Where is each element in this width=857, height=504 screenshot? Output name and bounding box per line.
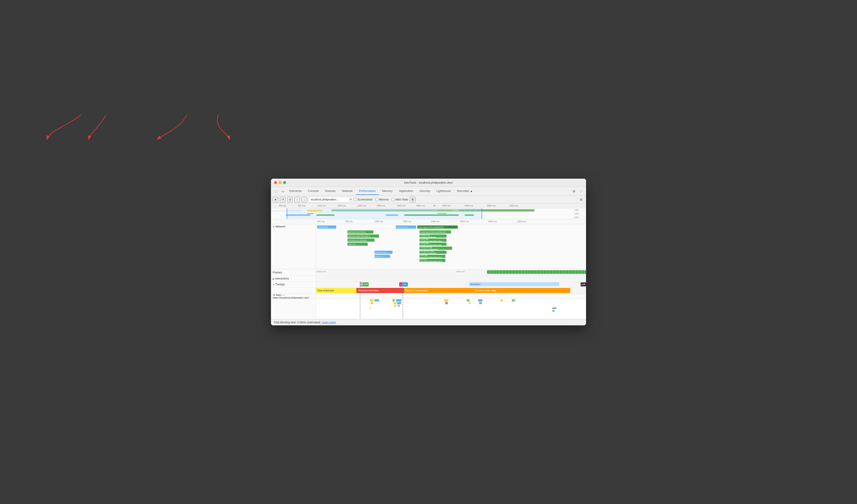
flame-r2-1 — [371, 302, 373, 304]
main-thread-content[interactable] — [316, 299, 586, 319]
trash-icon[interactable]: 🗑 — [410, 197, 416, 202]
net-bar-opensans400[interactable]: opensans-latin-400.w... — [348, 230, 373, 234]
screenshots-checkbox[interactable] — [354, 198, 357, 201]
flame-4 — [396, 299, 402, 302]
tab-security[interactable]: Security — [416, 187, 433, 195]
tab-lighthouse[interactable]: Lighthouse — [433, 187, 454, 195]
flame-7 — [478, 299, 483, 302]
net-bar-tokyo[interactable]: tokyo.jpg (localhost.philipwalton.dev) — [420, 255, 446, 258]
more-options-icon[interactable]: ⋮ — [578, 188, 584, 195]
detail-ruler-3494: 3494 ms — [488, 220, 497, 223]
tab-elements[interactable]: Elements — [286, 187, 305, 195]
device-icon[interactable]: ▭ — [280, 188, 286, 195]
tab-memory[interactable]: Memory — [379, 187, 396, 195]
flame-r3-1 — [394, 305, 396, 307]
tab-network[interactable]: Network — [339, 187, 356, 195]
main-thread-flamechart — [271, 299, 586, 319]
detail-ruler: 494 ms 994 ms 1494 ms 1994 ms 2494 ms 29… — [271, 219, 586, 224]
ruler-label-494: 494 ms — [279, 204, 286, 207]
interactions-expand-icon[interactable] — [273, 277, 274, 280]
animation-bar: Animation — [469, 282, 559, 286]
tab-sources[interactable]: Sources — [322, 187, 339, 195]
frames-content: 1050.0 ms 500.0 ms — [316, 269, 586, 275]
main-thread-label[interactable]: ▼ Main — https://localhost.philipwalton.… — [271, 294, 316, 299]
webvitals-checkbox-label[interactable]: Web Vitals — [391, 198, 408, 201]
detail-ruler-2494: 2494 ms — [431, 220, 439, 223]
timings-content: FP FCP L DCL Animation LCP — [316, 282, 586, 287]
inspect-icon[interactable]: ⬚ — [273, 188, 279, 195]
reload-button[interactable]: ↺ — [280, 197, 285, 202]
cpu-label: CPU — [575, 213, 586, 215]
settings-icon[interactable]: ⚙ — [571, 188, 577, 195]
network-content: localhost.phi... opensans-latin-400.w...… — [316, 224, 586, 269]
lcp-breakdown-content: Time to first byte Resource load delay R… — [316, 287, 586, 293]
network-section: Network localhost.phi... opensans-latin-… — [271, 224, 586, 269]
interactions-label[interactable]: Interactions — [271, 275, 316, 281]
network-expand-icon[interactable] — [273, 225, 274, 228]
net-bar-amsterdam[interactable]: amsterdam.jpg (localhost.philipwalton...… — [420, 247, 452, 250]
tab-console[interactable]: Console — [305, 187, 322, 195]
net-bar-paris[interactable]: paris.jpg (localhost.philipwalton.dev) — [420, 259, 446, 262]
selection-overlay[interactable] — [287, 208, 482, 219]
ruler-label-4994: 4994 ms — [442, 204, 451, 207]
overview-area[interactable]: 494 ms 994 ms 1494 ms 1994 ms 2494 ms 29… — [271, 203, 586, 219]
minimize-button[interactable] — [279, 181, 282, 184]
traffic-lights — [274, 181, 286, 184]
tab-recorder[interactable]: Recorder ▲ — [454, 187, 476, 195]
ruler-label-1494: 1494 ms — [317, 204, 326, 207]
close-button[interactable] — [274, 181, 277, 184]
flame-8 — [501, 299, 503, 302]
record-button[interactable]: ● — [273, 197, 278, 202]
webvitals-checkbox[interactable] — [391, 198, 394, 201]
dashed-line-2 — [403, 282, 403, 319]
upload-button[interactable]: ↑ — [295, 197, 300, 202]
timings-label[interactable]: Timings — [271, 282, 316, 287]
ruler-label-5994: 5994 ms — [487, 204, 495, 207]
l-marker: L — [399, 282, 402, 286]
flame-6 — [467, 299, 469, 302]
net-bar-opensans700[interactable]: opensans-latin-700.woff2 (l... — [348, 234, 379, 238]
net-bar-bangkok[interactable]: bangkok.jpg (localhost.philipwalt... — [420, 234, 447, 238]
net-bar-venice[interactable]: venice.jpg (localhost.philipwalton.dev) — [420, 238, 447, 242]
erd-bar: Element render delay — [473, 288, 570, 293]
net-bar-photosjson[interactable]: photos.json (lo... — [396, 225, 416, 229]
frames-green-area — [487, 270, 586, 274]
network-label-text: Network — [275, 225, 285, 228]
net-bar-london2[interactable]: london.jpg (localhost.philipwalto... — [420, 230, 451, 234]
statusbar-link[interactable]: Learn more — [322, 321, 336, 324]
ruler-label-6494: 6494 ms — [509, 204, 518, 207]
download-button[interactable]: ↓ — [302, 197, 307, 202]
flame-r2-3 — [397, 302, 401, 304]
net-bar-sydney[interactable]: sydney.jpg (localhost.philipwalton.dev) — [420, 242, 447, 246]
timings-expand-icon[interactable] — [273, 283, 274, 286]
timeline-detail-container: 494 ms 994 ms 1494 ms 1994 ms 2494 ms 29… — [271, 219, 586, 319]
ruler-label-2994: 2994 ms — [377, 204, 385, 207]
timings-row: Timings FP FCP L DCL Animation LCP — [271, 282, 586, 287]
url-container: ▼ — [309, 197, 352, 202]
toolbar-right: ⚙ ⋮ — [571, 188, 584, 195]
url-input[interactable] — [309, 197, 349, 202]
net-bar-bootstrap[interactable]: bootstrap.css (localhos... — [348, 238, 374, 242]
flame-r2-4 — [446, 302, 448, 304]
net-bar-sanfrancisco[interactable]: san-francisco.jpg (localhost.philipwalt.… — [420, 251, 447, 254]
tab-performance[interactable]: Performance — [356, 187, 379, 195]
net-bar-maincss[interactable]: main.css ... — [348, 242, 368, 246]
net-bar-perfjs[interactable]: perf.js (l...) — [374, 255, 390, 258]
tab-application[interactable]: Application — [396, 187, 417, 195]
main-thread-section: ▼ Main — https://localhost.philipwalton.… — [271, 294, 586, 319]
memory-checkbox[interactable] — [375, 198, 378, 201]
net-bar-localhost[interactable]: localhost.phi... — [317, 225, 336, 229]
detail-ruler-1994: 1994 ms — [403, 220, 411, 223]
frames-blocks: 1050.0 ms 500.0 ms — [316, 270, 586, 274]
screenshots-checkbox-label[interactable]: Screenshots — [354, 198, 373, 201]
flame-r4-1 — [370, 307, 371, 309]
clear-button[interactable]: ⊘ — [287, 197, 292, 202]
settings-icon-right[interactable]: ⚙ — [578, 197, 584, 203]
net-bar-london1[interactable]: london.jpg (localhost.philipwalto... — [417, 225, 458, 229]
ruler-label-1994: 1994 ms — [337, 204, 346, 207]
detail-ruler-1494: 1494 ms — [374, 220, 383, 223]
maximize-button[interactable] — [283, 181, 286, 184]
ttfb-bar: Time to first byte — [316, 288, 356, 293]
net-bar-mainjs[interactable]: main.js (local...) — [374, 251, 392, 254]
memory-checkbox-label[interactable]: Memory — [375, 198, 389, 201]
